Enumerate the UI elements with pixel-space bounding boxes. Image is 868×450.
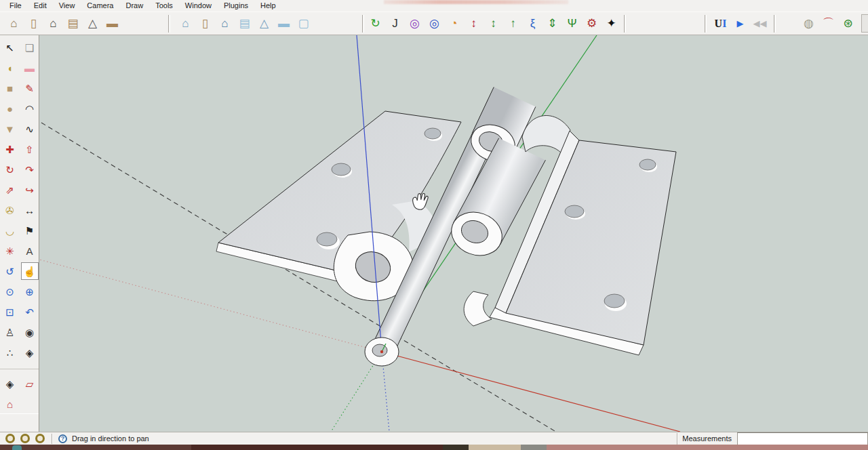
play[interactable]: ▶ bbox=[731, 14, 749, 33]
look-around[interactable]: ◉ bbox=[21, 323, 39, 341]
top-view[interactable]: ▤ bbox=[64, 14, 82, 33]
toolbar-button-icon: ⌂ bbox=[50, 18, 56, 29]
text[interactable]: ⚑ bbox=[21, 222, 39, 239]
door-panel-view[interactable]: ▯ bbox=[24, 14, 43, 33]
menu-item[interactable]: Edit bbox=[28, 1, 54, 11]
house-outline-view[interactable]: △ bbox=[83, 14, 102, 33]
offset[interactable]: ↪ bbox=[21, 181, 39, 199]
menu-item[interactable]: Help bbox=[255, 1, 283, 11]
dimension[interactable]: ↔ bbox=[21, 201, 39, 219]
3d-text[interactable]: A bbox=[21, 242, 39, 260]
geolocation-status-icon[interactable] bbox=[5, 434, 15, 443]
menu-item[interactable]: Draw bbox=[120, 1, 150, 11]
toolbar-button-icon: ⌂ bbox=[10, 18, 17, 29]
ui-dialog-button[interactable]: UI bbox=[711, 14, 730, 33]
tool-icon: ↺ bbox=[5, 266, 14, 277]
toolbar-button-icon: ◀◀ bbox=[753, 19, 767, 28]
zoom-window[interactable]: ⊡ bbox=[1, 303, 19, 321]
statusbar-separator bbox=[52, 434, 53, 444]
position-camera[interactable]: ♙ bbox=[1, 323, 19, 341]
menu-item[interactable]: Camera bbox=[81, 1, 120, 11]
menu-item[interactable]: Window bbox=[180, 1, 218, 11]
gears[interactable]: ⚙ bbox=[583, 14, 601, 33]
zoom[interactable]: ⊙ bbox=[1, 283, 19, 300]
tool-icon: ⇗ bbox=[5, 185, 14, 195]
rectangle[interactable]: ■ bbox=[1, 79, 19, 97]
freehand[interactable]: ∿ bbox=[21, 120, 39, 138]
menu-item[interactable]: Plugins bbox=[218, 1, 255, 11]
joint-j-tool[interactable]: J bbox=[386, 14, 404, 33]
iso-view[interactable]: ⌂ bbox=[5, 14, 23, 33]
tool-icon: ↷ bbox=[25, 165, 34, 175]
section-plane[interactable]: ▱ bbox=[21, 375, 39, 392]
star-burst[interactable]: ✦ bbox=[602, 14, 620, 33]
door-panel-shaded[interactable]: ▯ bbox=[196, 14, 214, 33]
refresh-rotate[interactable]: ↻ bbox=[366, 14, 384, 33]
measurements-input[interactable] bbox=[737, 432, 868, 445]
protractor[interactable]: ◡ bbox=[1, 222, 19, 239]
pan[interactable]: ☝ bbox=[21, 262, 39, 280]
axes[interactable]: ✳ bbox=[1, 242, 19, 260]
toolbar-separator bbox=[624, 15, 626, 33]
plugins-toolbar: ↻ J ◎ ◎ ◔ ↕ bbox=[366, 14, 621, 33]
zoom-extents[interactable]: ⊕ bbox=[21, 283, 39, 300]
house-outline-shaded[interactable]: △ bbox=[255, 14, 273, 33]
shell-dome[interactable]: ◍ bbox=[800, 14, 818, 33]
stretch-red[interactable]: ↕ bbox=[465, 14, 483, 33]
credits-status-icon[interactable] bbox=[20, 434, 30, 443]
arrow-up-green[interactable]: ↑ bbox=[504, 14, 522, 33]
follow-me[interactable]: ↷ bbox=[21, 161, 39, 178]
front-view[interactable]: ⌂ bbox=[44, 14, 62, 33]
toolbar-button-icon: ⊛ bbox=[843, 18, 852, 29]
geodesic-sphere[interactable]: ⊛ bbox=[839, 14, 857, 33]
screw-hole bbox=[639, 159, 656, 170]
toolbar-button-icon: ↕ bbox=[471, 18, 477, 29]
push-pull[interactable]: ⇧ bbox=[21, 140, 39, 158]
arc-with-nodes[interactable]: ⌒ bbox=[819, 14, 837, 33]
partial-toolbar-button[interactable] bbox=[861, 14, 868, 33]
rewind[interactable]: ◀◀ bbox=[751, 14, 769, 33]
arc[interactable]: ◠ bbox=[21, 100, 39, 117]
axis-stretch[interactable]: ⇕ bbox=[543, 14, 561, 33]
toolbar-button-icon: ◔ bbox=[450, 18, 457, 29]
tool-icon: ↻ bbox=[5, 165, 14, 175]
orbit[interactable]: ↺ bbox=[1, 262, 19, 280]
move[interactable]: ✚ bbox=[1, 140, 19, 158]
back-view-shaded[interactable]: ▬ bbox=[275, 14, 293, 33]
front-view-shaded[interactable]: ⌂ bbox=[216, 14, 234, 33]
menu-item[interactable]: View bbox=[54, 1, 82, 11]
eraser[interactable]: ▬ bbox=[21, 59, 39, 77]
line[interactable]: ✎ bbox=[21, 79, 39, 97]
tape-measure[interactable]: ✇ bbox=[1, 201, 19, 219]
rotate[interactable]: ↻ bbox=[1, 161, 19, 178]
circle[interactable]: ● bbox=[1, 100, 19, 117]
top-view-shaded[interactable]: ▤ bbox=[235, 14, 254, 33]
torus-open-orange[interactable]: ◔ bbox=[445, 14, 463, 33]
select[interactable]: ↖ bbox=[1, 39, 19, 56]
torus-blue[interactable]: ◎ bbox=[425, 14, 443, 33]
toolbar-button-icon: ↑ bbox=[510, 18, 516, 29]
stretch-green[interactable]: ↕ bbox=[484, 14, 502, 33]
menu-item[interactable]: File bbox=[4, 1, 28, 11]
polygon[interactable]: ▼ bbox=[1, 120, 19, 138]
zoom-previous[interactable]: ↶ bbox=[21, 303, 39, 321]
claim-status-icon[interactable] bbox=[35, 434, 45, 443]
tool-icon: ● bbox=[7, 104, 13, 114]
viewport-canvas[interactable] bbox=[39, 35, 868, 432]
paint-bucket[interactable]: ◖ bbox=[1, 59, 19, 77]
back-view[interactable]: ▬ bbox=[103, 14, 121, 33]
plant-stand[interactable]: Ψ bbox=[563, 14, 581, 33]
compass-ps[interactable]: ◈ bbox=[1, 375, 19, 392]
scale[interactable]: ⇗ bbox=[1, 181, 19, 199]
iso-view-shaded[interactable]: ⌂ bbox=[176, 14, 195, 33]
coil-spring[interactable]: ξ bbox=[524, 14, 542, 33]
section-cut-house[interactable]: ⌂ bbox=[1, 395, 19, 413]
make-component[interactable]: ❏ bbox=[21, 39, 39, 56]
center-target[interactable]: ◈ bbox=[21, 344, 39, 361]
tool-icon: ⚑ bbox=[25, 226, 34, 236]
walk[interactable]: ∴ bbox=[1, 344, 19, 361]
torus-purple[interactable]: ◎ bbox=[406, 14, 424, 33]
help-icon[interactable]: ? bbox=[58, 434, 67, 443]
side-view-shaded[interactable]: ▢ bbox=[294, 14, 313, 33]
menu-item[interactable]: Tools bbox=[150, 1, 180, 11]
